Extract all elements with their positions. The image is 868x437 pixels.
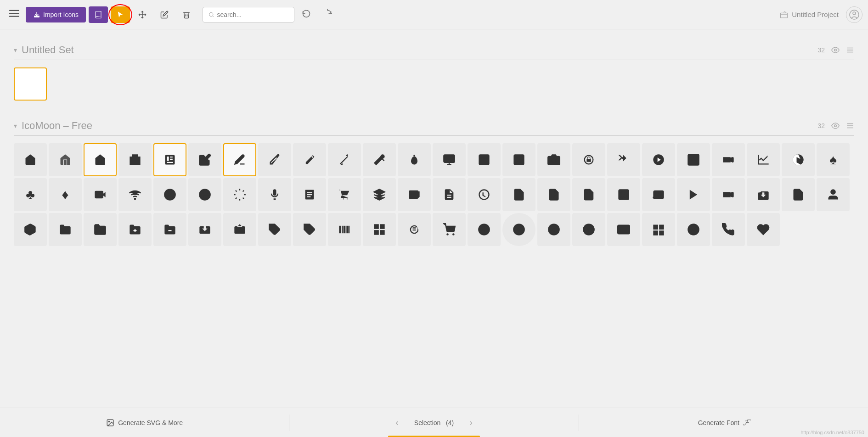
menu-dots-icon[interactable] bbox=[846, 46, 854, 54]
import-icons-button[interactable]: Import Icons bbox=[26, 7, 86, 22]
icon-cell[interactable] bbox=[572, 178, 605, 211]
icon-cell[interactable] bbox=[293, 213, 326, 246]
icon-cell-home-selected[interactable] bbox=[84, 143, 117, 176]
icon-cell[interactable] bbox=[118, 143, 152, 176]
icon-cell[interactable] bbox=[572, 143, 605, 176]
icon-cell[interactable]: $ bbox=[468, 213, 501, 246]
icon-cell[interactable] bbox=[398, 143, 431, 176]
icon-cell-selected-box[interactable] bbox=[14, 67, 47, 101]
icon-cell[interactable] bbox=[747, 178, 780, 211]
icon-cell[interactable]: ♦ bbox=[49, 178, 82, 211]
icon-cell[interactable] bbox=[223, 178, 256, 211]
icon-cell[interactable] bbox=[188, 178, 221, 211]
icon-cell[interactable] bbox=[118, 178, 152, 211]
icon-cell[interactable] bbox=[747, 213, 780, 246]
icon-cell[interactable] bbox=[363, 213, 396, 246]
undo-button[interactable] bbox=[297, 5, 316, 24]
icon-cell[interactable] bbox=[293, 143, 326, 176]
icon-cell[interactable] bbox=[293, 178, 326, 211]
untitled-set-chevron[interactable]: ▾ bbox=[14, 46, 17, 54]
icon-cell[interactable] bbox=[258, 143, 291, 176]
icon-cell[interactable] bbox=[433, 213, 466, 246]
delete-button[interactable] bbox=[177, 6, 196, 23]
icon-cell[interactable]: € bbox=[502, 213, 535, 246]
icon-cell[interactable] bbox=[468, 178, 501, 211]
header: Import Icons bbox=[0, 0, 868, 29]
svg-rect-69 bbox=[659, 230, 664, 235]
move-button[interactable] bbox=[133, 6, 152, 23]
icon-cell[interactable] bbox=[712, 143, 745, 176]
menu-button[interactable] bbox=[6, 5, 23, 24]
icon-cell[interactable]: ♠ bbox=[817, 143, 850, 176]
nav-arrow-left[interactable]: ‹ bbox=[395, 417, 399, 428]
search-input[interactable] bbox=[217, 11, 288, 18]
visibility-icon[interactable] bbox=[831, 46, 840, 54]
icon-cell[interactable] bbox=[258, 213, 291, 246]
icon-cell[interactable] bbox=[398, 178, 431, 211]
icon-cell[interactable] bbox=[84, 178, 117, 211]
icon-cell[interactable] bbox=[712, 213, 745, 246]
svg-rect-1 bbox=[9, 13, 19, 14]
icon-cell[interactable] bbox=[258, 178, 291, 211]
generate-svg-section[interactable]: Generate SVG & More bbox=[0, 408, 289, 437]
select-button[interactable] bbox=[111, 6, 130, 23]
icon-cell[interactable] bbox=[817, 178, 850, 211]
icon-cell[interactable] bbox=[153, 178, 186, 211]
icon-cell[interactable]: £ bbox=[537, 213, 570, 246]
icomoon-chevron[interactable]: ▾ bbox=[14, 122, 17, 129]
icon-cell[interactable] bbox=[642, 213, 675, 246]
icon-cell[interactable] bbox=[607, 213, 640, 246]
icon-cell[interactable] bbox=[433, 143, 466, 176]
untitled-set-title: ▾ Untitled Set bbox=[14, 44, 74, 56]
icon-cell[interactable]: ♣ bbox=[14, 178, 47, 211]
icon-cell[interactable] bbox=[677, 178, 710, 211]
library-button[interactable] bbox=[89, 6, 108, 23]
svg-point-4 bbox=[209, 12, 213, 16]
icon-cell[interactable] bbox=[49, 213, 82, 246]
svg-rect-43 bbox=[342, 226, 343, 233]
icon-cell[interactable] bbox=[537, 143, 570, 176]
icon-cell[interactable] bbox=[363, 143, 396, 176]
nav-arrow-right[interactable]: › bbox=[469, 417, 473, 428]
svg-rect-18 bbox=[444, 155, 454, 162]
redo-button[interactable] bbox=[318, 5, 337, 24]
generate-svg-icon bbox=[106, 419, 114, 427]
icon-cell[interactable] bbox=[14, 213, 47, 246]
icon-cell[interactable] bbox=[607, 143, 640, 176]
icon-cell-newspaper-selected[interactable] bbox=[153, 143, 186, 176]
icon-cell[interactable] bbox=[537, 178, 570, 211]
icon-cell[interactable] bbox=[14, 143, 47, 176]
icon-cell[interactable] bbox=[468, 143, 501, 176]
icon-cell[interactable] bbox=[433, 178, 466, 211]
icon-cell[interactable] bbox=[188, 143, 221, 176]
icon-cell[interactable]: ¥ bbox=[572, 213, 605, 246]
edit-button[interactable] bbox=[155, 6, 174, 23]
icon-cell[interactable] bbox=[118, 213, 152, 246]
icon-cell[interactable] bbox=[363, 178, 396, 211]
icon-cell[interactable] bbox=[642, 143, 675, 176]
icon-cell[interactable] bbox=[502, 178, 535, 211]
icon-cell-pen-selected[interactable] bbox=[223, 143, 256, 176]
icon-cell[interactable] bbox=[607, 178, 640, 211]
icon-cell[interactable] bbox=[153, 213, 186, 246]
icon-cell[interactable] bbox=[328, 178, 361, 211]
selection-section[interactable]: ‹ Selection (4) › bbox=[289, 408, 578, 437]
icomoon-visibility-icon[interactable] bbox=[831, 122, 840, 130]
icon-cell[interactable] bbox=[712, 178, 745, 211]
icon-cell[interactable] bbox=[188, 213, 221, 246]
icomoon-menu-icon[interactable] bbox=[846, 122, 854, 130]
icon-cell[interactable] bbox=[49, 143, 82, 176]
icon-cell[interactable] bbox=[328, 143, 361, 176]
icon-cell[interactable] bbox=[328, 213, 361, 246]
icon-cell[interactable] bbox=[677, 213, 710, 246]
icon-cell[interactable] bbox=[782, 143, 815, 176]
svg-rect-45 bbox=[346, 226, 347, 233]
icon-cell[interactable] bbox=[502, 143, 535, 176]
icon-cell[interactable] bbox=[782, 178, 815, 211]
icon-cell[interactable] bbox=[642, 178, 675, 211]
icon-cell[interactable] bbox=[398, 213, 431, 246]
icon-cell[interactable] bbox=[747, 143, 780, 176]
icon-cell[interactable] bbox=[223, 213, 256, 246]
icon-cell[interactable] bbox=[84, 213, 117, 246]
icon-cell[interactable] bbox=[677, 143, 710, 176]
